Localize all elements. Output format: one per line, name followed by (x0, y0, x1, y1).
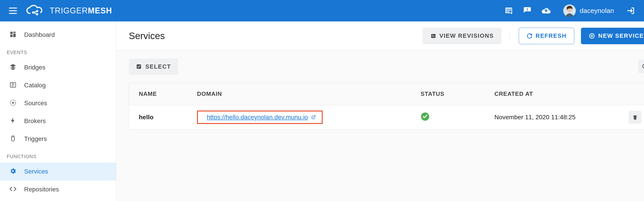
svg-rect-1 (9, 10, 17, 11)
svg-rect-11 (13, 33, 16, 37)
svg-rect-12 (10, 35, 13, 37)
sidebar-item-label: Triggers (24, 135, 47, 143)
th-name: NAME (139, 90, 197, 97)
brand-logo[interactable]: TRIGGERMESH (26, 4, 112, 17)
search-icon (642, 63, 644, 70)
menu-toggle[interactable] (8, 6, 18, 16)
sidebar-item-catalog[interactable]: Catalog (0, 76, 116, 94)
row-actions (628, 111, 642, 124)
cell-status (420, 112, 494, 123)
status-ok-icon (420, 112, 430, 121)
mouse-icon (10, 135, 18, 143)
button-label: NEW SERVICE (598, 32, 644, 39)
external-link-icon (311, 115, 316, 120)
delete-button[interactable] (628, 111, 642, 124)
svg-rect-9 (10, 32, 13, 34)
sidebar-item-services[interactable]: Services (0, 163, 116, 181)
domain-highlight: https://hello.daceynolan.dev.munu.io (197, 111, 323, 124)
sidebar-item-label: Catalog (24, 82, 46, 89)
cell-domain: https://hello.daceynolan.dev.munu.io (197, 111, 420, 124)
sidebar-item-label: Dashboard (24, 31, 55, 38)
svg-rect-0 (9, 7, 17, 8)
button-label: REFRESH (536, 32, 566, 39)
user-menu[interactable]: daceynolan (563, 4, 614, 17)
th-status: STATUS (420, 90, 494, 97)
layers-icon (10, 63, 18, 71)
services-table: NAME DOMAIN STATUS CREATED AT hello http… (129, 83, 644, 130)
sidebar-item-label: Brokers (24, 117, 46, 125)
sidebar-item-dashboard[interactable]: Dashboard (0, 26, 116, 44)
sidebar-item-triggers[interactable]: Triggers (0, 130, 116, 148)
revisions-icon (430, 33, 436, 39)
refresh-button[interactable]: REFRESH (519, 28, 574, 44)
cloud-download-icon (541, 6, 551, 15)
announcement-icon (523, 6, 532, 15)
sidebar-item-label: Sources (24, 100, 47, 107)
dashboard-icon (10, 31, 18, 39)
button-label: SELECT (145, 63, 171, 70)
sidebar-section-functions: FUNCTIONS (0, 148, 116, 163)
sidebar-item-brokers[interactable]: Brokers (0, 112, 116, 130)
refresh-icon (526, 33, 532, 39)
svg-rect-2 (9, 13, 17, 14)
separator (510, 31, 510, 41)
sidebar-item-repositories[interactable]: Repositories (0, 181, 116, 198)
svg-rect-10 (13, 32, 16, 33)
table-toolbar: SELECT (129, 58, 644, 75)
svg-rect-19 (432, 36, 435, 36)
checkbox-icon (136, 64, 142, 69)
avatar (563, 4, 576, 17)
code-icon (10, 185, 18, 194)
th-created-at: CREATED AT (494, 90, 628, 97)
sidebar-item-label: Services (24, 168, 48, 175)
svg-point-15 (12, 102, 14, 104)
cell-created-at: November 11, 2020 11:48:25 (494, 114, 628, 121)
table-header: NAME DOMAIN STATUS CREATED AT (129, 83, 644, 105)
sidebar-item-sources[interactable]: Sources (0, 94, 116, 112)
sidebar: Dashboard EVENTS Bridges Catalog Sources (0, 21, 116, 201)
select-button[interactable]: SELECT (129, 58, 178, 75)
page-title: Services (129, 31, 165, 41)
page-header: Services VIEW REVISIONS REFRESH NEW SERV… (116, 21, 644, 50)
brand-name-light: TRIGGER (50, 6, 88, 15)
trash-icon (632, 114, 638, 120)
gear-icon (10, 168, 18, 176)
svg-rect-24 (633, 116, 637, 116)
svg-point-22 (643, 64, 644, 68)
topbar: TRIGGERMESH daceynolan (0, 0, 644, 21)
main: Services VIEW REVISIONS REFRESH NEW SERV… (116, 21, 644, 201)
new-service-button[interactable]: NEW SERVICE (581, 28, 644, 44)
docs-button[interactable] (505, 6, 513, 15)
view-revisions-button[interactable]: VIEW REVISIONS (422, 28, 502, 44)
sources-icon (10, 99, 18, 107)
svg-rect-6 (527, 8, 528, 10)
search-button[interactable] (638, 60, 644, 73)
content: SELECT NAME DOMAIN STATUS CREATED AT hel… (116, 50, 644, 201)
svg-rect-7 (527, 11, 528, 12)
plus-circle-icon (589, 33, 595, 39)
cell-name[interactable]: hello (139, 114, 197, 121)
button-label: VIEW REVISIONS (440, 32, 494, 39)
table-row: hello https://hello.daceynolan.dev.munu.… (129, 105, 644, 129)
logo-icon (26, 4, 46, 17)
logout-icon (626, 6, 635, 15)
brand-name-bold: MESH (88, 6, 112, 15)
bolt-icon (10, 117, 18, 125)
th-domain: DOMAIN (197, 90, 420, 97)
sidebar-item-label: Repositories (24, 186, 59, 193)
user-name: daceynolan (580, 7, 614, 14)
brand-name: TRIGGERMESH (50, 6, 112, 15)
sidebar-item-label: Bridges (24, 64, 46, 71)
sidebar-section-events: EVENTS (0, 44, 116, 58)
sidebar-item-bridges[interactable]: Bridges (0, 58, 116, 76)
notifications-button[interactable] (523, 6, 532, 15)
hamburger-icon (9, 7, 17, 14)
svg-rect-18 (432, 35, 433, 35)
catalog-icon (10, 81, 18, 89)
domain-link[interactable]: https://hello.daceynolan.dev.munu.io (207, 114, 308, 121)
download-button[interactable] (541, 6, 551, 15)
logout-button[interactable] (626, 6, 635, 15)
library-icon (505, 6, 513, 15)
